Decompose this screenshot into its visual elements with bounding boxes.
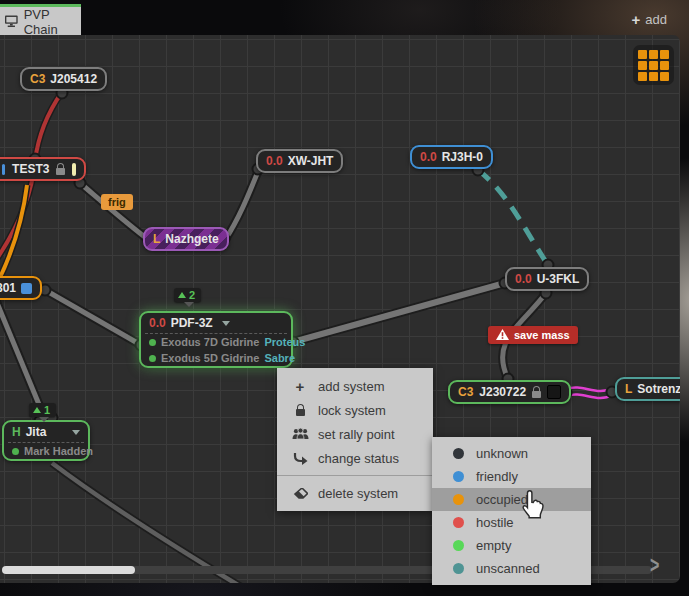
grid-layout-button[interactable] <box>633 45 674 85</box>
status-label: unscanned <box>476 561 540 576</box>
horizontal-scrollbar-thumb[interactable] <box>2 566 135 574</box>
status-label: unknown <box>476 446 528 461</box>
note-chip-icon <box>72 163 76 176</box>
system-node-rj3h0[interactable]: 0.0RJ3H-0 <box>410 145 493 169</box>
system-node-test3[interactable]: TEST3 <box>0 157 86 181</box>
status-item-empty[interactable]: empty <box>432 534 591 557</box>
warning-icon <box>496 329 509 341</box>
hand-cursor-icon <box>519 489 547 524</box>
chevron-down-icon[interactable] <box>72 430 80 435</box>
status-item-occupied[interactable]: occupied <box>432 488 591 511</box>
connection-size-tag[interactable]: frig <box>101 194 133 210</box>
system-node-nazhgete[interactable]: LNazhgete <box>143 227 229 251</box>
system-name: Nazhgete <box>165 232 218 246</box>
system-node-sotrenz[interactable]: LSotrenz <box>615 377 680 401</box>
menu-item-change-status[interactable]: change status <box>277 446 433 470</box>
system-name: XW-JHT <box>288 154 334 168</box>
menu-item-lock-system[interactable]: lock system <box>277 398 433 422</box>
chevron-down-icon[interactable] <box>222 321 230 326</box>
jumps-badge: 2 <box>174 288 201 302</box>
curved-arrow-icon <box>291 452 309 465</box>
system-node-j230722[interactable]: C3J230722 <box>448 380 571 404</box>
scroll-right-chevron-icon[interactable]: > <box>650 552 659 579</box>
status-dot <box>453 494 464 505</box>
system-node-801[interactable]: 801 <box>0 276 42 300</box>
status-dot <box>453 563 464 574</box>
security-status: 0.0 <box>515 272 532 286</box>
status-chip-icon <box>2 164 5 175</box>
system-name: TEST3 <box>12 162 49 176</box>
connection-outline <box>52 463 248 583</box>
connection-test3-nazhgete[interactable] <box>80 183 150 241</box>
system-name: RJ3H-0 <box>442 150 483 164</box>
status-item-friendly[interactable]: friendly <box>432 465 591 488</box>
system-name: J205412 <box>50 72 97 86</box>
grid-icon <box>638 50 669 81</box>
security-status: 0.0 <box>149 316 166 330</box>
connection-nazhgete-xwjht[interactable] <box>225 169 259 240</box>
connection-u3fkl-pdf3z[interactable] <box>293 283 505 342</box>
lock-icon <box>291 405 309 416</box>
save-mass-tag[interactable]: save mass <box>488 326 578 344</box>
system-node-j205412[interactable]: C3J205412 <box>20 67 107 91</box>
status-item-unscanned[interactable]: unscanned <box>432 557 591 580</box>
lock-icon <box>532 391 541 398</box>
connection-dashed-rj3h0-u3fkl[interactable] <box>478 170 548 265</box>
pilot-row: Exodus 7D GidrineProteus <box>141 334 291 350</box>
status-dot <box>453 540 464 551</box>
system-name: Jita <box>26 425 47 439</box>
system-node-xwjht[interactable]: 0.0XW-JHT <box>256 149 343 173</box>
pilot-row: Exodus 5D GidrineSabre <box>141 350 291 366</box>
plus-icon: + <box>291 379 309 394</box>
system-class: C3 <box>30 72 45 86</box>
connection-pink-j230722-sotrenz[interactable] <box>567 394 612 398</box>
connection-pink-j230722-sotrenz[interactable] <box>567 387 612 391</box>
status-chip-icon <box>547 385 561 399</box>
security-status: 0.0 <box>420 150 437 164</box>
system-node-pdf3z[interactable]: 0.0PDF-3Z Exodus 7D GidrineProteus Exodu… <box>139 311 293 368</box>
connection-801-pdf3z[interactable] <box>45 290 141 345</box>
menu-item-set-rally-point[interactable]: set rally point <box>277 422 433 446</box>
pilot-row: Mark Hadden <box>4 443 88 459</box>
menu-item-add-system[interactable]: + add system <box>277 374 433 398</box>
menu-item-delete-system[interactable]: delete system <box>277 481 433 505</box>
system-name: U-3FKL <box>537 272 580 286</box>
system-context-menu: + add system lock system set rally point… <box>277 368 433 511</box>
up-arrow-icon <box>178 292 186 298</box>
status-item-unknown[interactable]: unknown <box>432 442 591 465</box>
menu-item-label: set rally point <box>318 427 395 442</box>
tab-label: PVP Chain <box>24 7 81 37</box>
system-name: 801 <box>0 281 16 295</box>
add-map-button[interactable]: + add <box>632 12 667 27</box>
system-name: PDF-3Z <box>171 316 213 330</box>
add-label: add <box>645 12 667 27</box>
system-node-u3fkl[interactable]: 0.0U-3FKL <box>505 267 589 291</box>
online-dot-icon <box>12 448 19 455</box>
online-dot-icon <box>149 339 156 346</box>
system-node-jita[interactable]: HJita Mark Hadden <box>2 420 90 461</box>
pilot-name: Exodus 5D Gidrine <box>161 352 259 364</box>
status-item-hostile[interactable]: hostile <box>432 511 591 534</box>
system-name: J230722 <box>479 385 526 399</box>
menu-item-label: change status <box>318 451 399 466</box>
pilot-name: Exodus 7D Gidrine <box>161 336 259 348</box>
menu-item-label: add system <box>318 379 384 394</box>
system-class: C3 <box>458 385 473 399</box>
status-label: hostile <box>476 515 514 530</box>
status-dot <box>453 448 464 459</box>
lock-icon <box>56 168 65 175</box>
users-icon <box>291 428 309 440</box>
up-arrow-icon <box>33 407 41 413</box>
status-label: empty <box>476 538 511 553</box>
ship-type: Sabre <box>264 352 295 364</box>
status-submenu: unknown friendly occupied hostile empty … <box>432 437 591 585</box>
menu-item-label: lock system <box>318 403 386 418</box>
ship-type: Proteus <box>264 336 305 348</box>
jumps-badge: 1 <box>29 403 56 417</box>
pilot-name: Mark Hadden <box>24 445 93 457</box>
status-dot <box>453 517 464 528</box>
menu-item-label: delete system <box>318 486 398 501</box>
tab-pvp-chain[interactable]: PVP Chain <box>0 7 81 36</box>
system-class: H <box>12 425 21 439</box>
system-class: L <box>153 232 160 246</box>
